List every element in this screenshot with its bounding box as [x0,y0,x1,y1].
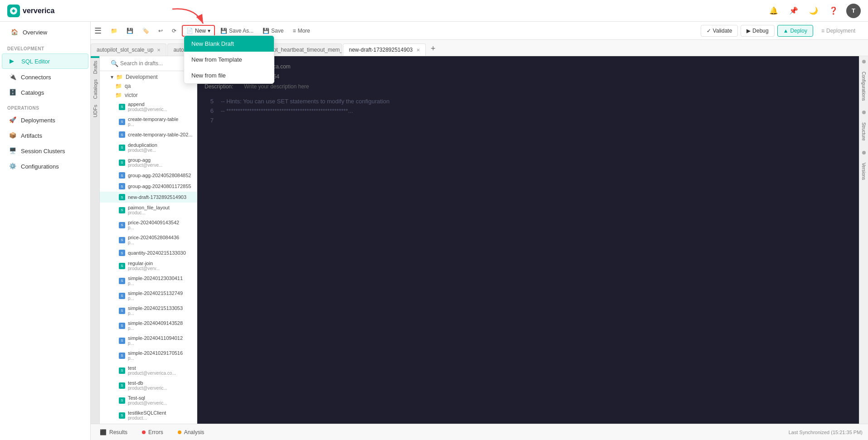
draft-item-5[interactable]: S group-agg-20240528084852 [100,170,197,181]
draft-email-12: product@verv... [128,266,193,271]
draft-item-0[interactable]: S append product@ververic... [100,99,197,114]
dropdown-new-from-file[interactable]: New from file [184,68,274,83]
content-area: Drafts Catalogs UDFs 🔍 ▾ 📁 [91,56,868,424]
sidebar-item-artifacts[interactable]: 📦 Artifacts [2,128,88,143]
tab-3-close[interactable]: ✕ [416,48,420,53]
sidebar-item-sql-editor[interactable]: ▶ SQL Editor [2,53,88,69]
line-code-5: -- Hints: You can use SET statements to … [221,97,390,106]
results-tab[interactable]: ⬛ Results [96,427,131,437]
pin-icon[interactable]: 📌 [786,4,801,18]
sidebar-item-catalogs[interactable]: 🗄️ Catalogs [2,85,88,100]
plug-icon: 🔌 [9,73,16,81]
draft-icon-13: S [119,278,125,284]
draft-name-2: create-temporary-table-202... [128,132,193,137]
folder-btn[interactable]: 📁 [107,26,121,36]
sidebar-item-configurations[interactable]: ⚙️ Configurations [2,159,88,174]
side-tab-drafts[interactable]: Drafts [92,58,99,77]
draft-name-3: deduplication [128,142,193,148]
drafts-folder-development[interactable]: ▾ 📁 Development [100,71,197,81]
drafts-search-input[interactable] [120,60,193,67]
editor-content[interactable]: Author: product@ververica.com Time: 2024… [197,56,859,424]
save-as-btn[interactable]: 💾 Save As... [217,26,257,36]
draft-name-16: simple-20240409143528 [128,320,193,326]
draft-email-13: p... [128,281,193,286]
draft-item-22[interactable]: S testlikeSQLClient product... [100,408,197,423]
draft-item-2[interactable]: S create-temporary-table-202... [100,129,197,140]
draft-email-3: product@ve... [128,148,193,153]
draft-item-4[interactable]: S group-agg product@verve... [100,155,197,170]
help-icon[interactable]: ❓ [826,4,841,18]
versions-panel-label[interactable]: Versions [860,160,867,183]
more-btn[interactable]: ≡ More [289,26,313,36]
errors-tab[interactable]: Errors [138,427,167,437]
hamburger-icon[interactable]: ☰ [94,26,102,36]
drafts-subfolder-qa[interactable]: 📁 qa [100,81,197,90]
draft-item-16[interactable]: S simple-20240409143528 p... [100,318,197,333]
config-panel-label[interactable]: Configurations [860,69,867,103]
line-num-7: 7 [205,116,214,126]
tab-add-button[interactable]: + [427,42,439,55]
draft-name-9: price-20240409143542 [128,220,193,225]
draft-item-18[interactable]: S simple-20241029170516 p... [100,348,197,363]
draft-item-17[interactable]: S simple-20240411094012 p... [100,333,197,348]
subfolder-label-victor: victor [125,92,138,98]
draft-item-8[interactable]: S paimon_file_layout produc... [100,203,197,218]
draft-item-7[interactable]: S new-draft-1732892514903 [100,192,197,203]
side-tab-catalogs[interactable]: Catalogs [92,77,99,102]
database-icon: 🗄️ [9,89,16,96]
validate-button[interactable]: ✓ Validate [701,25,738,37]
draft-item-10[interactable]: S price-20240528084436 p... [100,232,197,247]
deploy-button[interactable]: ▲ Deploy [777,25,813,37]
draft-item-9[interactable]: S price-20240409143542 p... [100,218,197,232]
new-button[interactable]: 📄 New ▾ [182,25,215,37]
dropdown-new-from-template[interactable]: New from Template [184,56,274,68]
sidebar-item-session-clusters[interactable]: 🖥️ Session Clusters [2,144,88,158]
sidebar-item-overview[interactable]: 🏠 Overview [4,25,87,39]
deployment-button[interactable]: ≡ Deployment [816,25,861,36]
user-avatar[interactable]: T [846,4,861,18]
tag-btn[interactable]: 🏷️ [139,26,153,36]
save-draft-btn[interactable]: 💾 [123,26,137,36]
draft-item-21[interactable]: S Test-sql product@ververic... [100,393,197,408]
draft-item-3[interactable]: S deduplication product@ve... [100,140,197,155]
undo-btn[interactable]: ↩ [155,26,166,36]
draft-name-7: new-draft-1732892514903 [128,194,193,200]
logo-icon [7,5,20,17]
debug-button[interactable]: ▶ Debug [741,25,774,37]
drafts-subfolder-victor[interactable]: 📁 victor [100,90,197,99]
structure-panel-label[interactable]: Structure [860,120,867,144]
draft-item-1[interactable]: S create-temporary-table p... [100,114,197,129]
sidebar-item-connectors[interactable]: 🔌 Connectors [2,70,88,84]
draft-item-6[interactable]: S group-agg-20240801172855 [100,181,197,192]
tab-3[interactable]: new-draft-1732892514903 ✕ [343,44,426,56]
draft-item-15[interactable]: S simple-20240215133053 p... [100,303,197,318]
meta-desc-label: Description: [205,83,233,90]
draft-item-23[interactable]: S Untitled-stream-sql produ... [100,423,197,424]
side-tab-udfs[interactable]: UDFs [92,102,99,120]
tab-0-close[interactable]: ✕ [157,48,161,53]
draft-icon-3: S [119,145,125,151]
draft-name-11: quantity-20240215133030 [128,250,193,256]
save-btn[interactable]: 💾 Save [259,26,287,36]
draft-item-14[interactable]: S simple-20240215132749 p... [100,288,197,303]
editor-meta: Author: product@ververica.com [205,63,852,70]
draft-item-13[interactable]: S simple-20240123030411 p... [100,273,197,288]
folder-collapse-icon: ▾ [111,74,113,80]
moon-icon[interactable]: 🌙 [806,4,821,18]
draft-name-14: simple-20240215132749 [128,290,193,296]
draft-item-11[interactable]: S quantity-20240215133030 [100,247,197,258]
draft-name-18: simple-20241029170516 [128,350,193,356]
refresh-btn[interactable]: ⟳ [168,26,180,36]
analysis-tab[interactable]: Analysis [174,427,208,437]
draft-icon-15: S [119,308,125,314]
sidebar-item-deployments[interactable]: 🚀 Deployments [2,113,88,127]
draft-item-20[interactable]: S test-db product@ververic... [100,378,197,393]
notification-icon[interactable]: 🔔 [766,4,781,18]
draft-item-12[interactable]: S regular-join product@verv... [100,258,197,273]
tab-0[interactable]: autopilot_slot_scale_up ✕ [91,44,166,56]
draft-item-19[interactable]: S test product@ververica.co... [100,363,197,378]
editor-meta-desc: Description: Write your description here [205,83,852,90]
draft-name-22: testlikeSQLClient [128,410,193,416]
folder-icon: 📁 [116,74,123,80]
server-icon: 🖥️ [9,147,16,155]
